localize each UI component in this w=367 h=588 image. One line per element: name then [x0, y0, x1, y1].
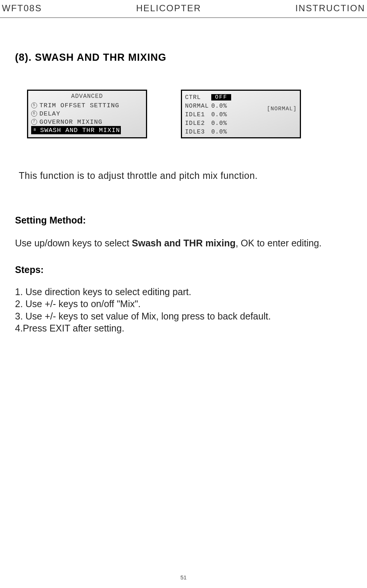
menu-number-icon: 5 [31, 102, 37, 108]
row-value: 0.0% [211, 129, 227, 135]
section-title: (8). SWASH AND THR MIXING [15, 52, 352, 63]
steps-list: 1. Use direction keys to select editing … [15, 286, 352, 334]
header-right: INSTRUCTION [295, 3, 365, 14]
ctrl-row: CTRL OFF [185, 93, 297, 102]
lcd-screenshot-settings: CTRL OFF NORMAL 0.0% IDLE1 0.0% IDLE2 0.… [181, 90, 301, 138]
text-pre: Use up/down keys to select [15, 238, 132, 248]
setting-row: IDLE3 0.0% [185, 128, 297, 136]
header-center: HELICOPTER [136, 3, 201, 14]
row-value: 0.0% [211, 120, 227, 127]
menu-label: TRIM OFFSET SETTING [39, 102, 119, 109]
menu-title: ADVANCED [31, 93, 143, 100]
row-label: IDLE2 [185, 120, 211, 127]
step-item: 1. Use direction keys to select editing … [15, 286, 352, 298]
ctrl-label: CTRL [185, 94, 211, 101]
page-header: WFT08S HELICOPTER INSTRUCTION [0, 0, 367, 18]
text-bold: Swash and THR mixing [132, 238, 235, 248]
row-value: 0.0% [211, 103, 227, 110]
menu-number-icon: 8 [32, 127, 38, 133]
page-number: 51 [180, 574, 187, 580]
steps-title: Steps: [15, 264, 352, 275]
row-label: IDLE3 [185, 129, 211, 135]
header-left: WFT08S [2, 3, 42, 14]
menu-item: 7 GOVERNOR MIXING [31, 118, 143, 126]
row-label: IDLE1 [185, 111, 211, 118]
menu-label: SWASH AND THR MIXIN [40, 127, 120, 134]
menu-number-icon: 7 [31, 119, 37, 125]
lcd-screenshot-menu: ADVANCED 5 TRIM OFFSET SETTING 6 DELAY 7… [27, 90, 147, 138]
menu-label: DELAY [39, 110, 60, 117]
row-label: NORMAL [185, 103, 211, 110]
row-value: 0.0% [211, 111, 227, 118]
setting-method-title: Setting Method: [15, 215, 352, 226]
step-item: 2. Use +/- keys to on/off "Mix". [15, 298, 352, 310]
page-content: (8). SWASH AND THR MIXING ADVANCED 5 TRI… [0, 52, 367, 334]
menu-number-icon: 6 [31, 111, 37, 117]
function-description: This function is to adjust throttle and … [19, 170, 352, 181]
setting-method-text: Use up/down keys to select Swash and THR… [15, 237, 352, 249]
menu-item: 6 DELAY [31, 110, 143, 118]
menu-item-selected: 8 SWASH AND THR MIXIN [31, 126, 121, 134]
menu-label: GOVERNOR MIXING [39, 118, 102, 126]
mode-label: [NORMAL] [267, 106, 297, 112]
step-item: 4.Press EXIT after setting. [15, 322, 352, 334]
screenshots-row: ADVANCED 5 TRIM OFFSET SETTING 6 DELAY 7… [27, 90, 352, 138]
step-item: 3. Use +/- keys to set value of Mix, lon… [15, 310, 352, 322]
text-post: , OK to enter editing. [236, 238, 322, 248]
ctrl-value-badge: OFF [211, 94, 231, 100]
menu-item: 5 TRIM OFFSET SETTING [31, 101, 143, 110]
setting-row: IDLE2 0.0% [185, 119, 297, 128]
